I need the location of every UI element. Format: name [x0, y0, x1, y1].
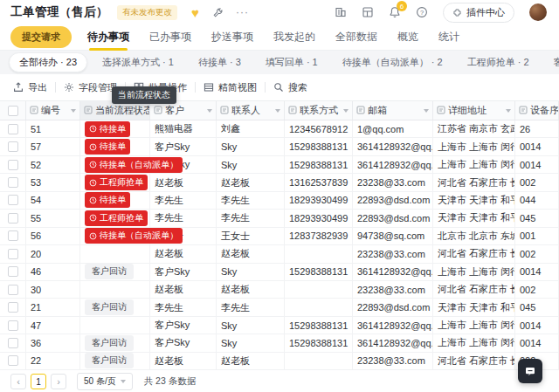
- cell-phone: [285, 281, 353, 298]
- toolbar-compact-view-button[interactable]: 精简视图: [196, 81, 265, 94]
- tab-3[interactable]: 我发起的: [273, 24, 315, 51]
- cell-contact: 赵老板: [217, 353, 285, 369]
- cell-serial: 001: [515, 228, 559, 244]
- row-checkbox[interactable]: [8, 266, 18, 277]
- select-all-checkbox[interactable]: [8, 106, 18, 116]
- row-checkbox[interactable]: [8, 285, 18, 295]
- clock-icon: [89, 232, 97, 240]
- help-icon[interactable]: ?: [416, 6, 428, 18]
- table-row[interactable]: 56待接单（自动派单）王女士王女士1283738293994738@sq.com…: [0, 228, 559, 245]
- notification-count-badge: 6: [397, 1, 407, 11]
- row-checkbox[interactable]: [8, 177, 18, 188]
- cell-email: 3614128932@qq...: [353, 317, 433, 334]
- column-header-6[interactable]: 详细地址: [433, 101, 515, 120]
- filter-pill-1[interactable]: 选择派单方式 · 1: [93, 53, 183, 72]
- more-icon[interactable]: ···: [236, 6, 249, 18]
- toolbar-export-button[interactable]: 导出: [5, 81, 55, 94]
- column-caret-icon[interactable]: [506, 109, 511, 113]
- row-checkbox[interactable]: [8, 249, 18, 259]
- cell-email: 3614128932@qq...: [353, 138, 433, 155]
- table-row[interactable]: 51待接单熊猫电器刘鑫123456789121@qq.com江苏省 南京市 玄武…: [0, 120, 559, 138]
- column-header-7[interactable]: 设备序列号: [515, 101, 559, 120]
- table-row[interactable]: 57待接单客户SkySky152983881313614128932@qq...…: [0, 138, 559, 155]
- column-header-1[interactable]: 当前流程状态: [80, 101, 150, 120]
- row-checkbox-cell: [0, 299, 26, 315]
- prev-page-button[interactable]: ‹: [10, 374, 26, 389]
- tab-4[interactable]: 全部数据: [335, 24, 377, 51]
- cell-phone: 12837382939: [285, 228, 353, 244]
- row-checkbox-cell: [0, 156, 26, 173]
- cell-status: 待接单: [80, 138, 150, 155]
- cell-contact: Sky: [217, 138, 285, 155]
- column-caret-icon[interactable]: [343, 109, 349, 113]
- column-caret-icon[interactable]: [275, 109, 280, 113]
- template-icon[interactable]: [362, 6, 374, 18]
- column-label: 联系方式: [300, 104, 338, 117]
- row-checkbox-cell: [0, 192, 26, 209]
- workbench-icon[interactable]: [335, 6, 347, 18]
- table-row[interactable]: 20赵老板赵老板23238@33.com河北省 石家庄市 长...002: [0, 245, 559, 263]
- row-checkbox[interactable]: [8, 213, 18, 224]
- favorite-heart-icon[interactable]: ♥: [191, 6, 199, 19]
- current-page-button[interactable]: 1: [31, 374, 46, 389]
- filter-pill-4[interactable]: 待接单（自动派单） · 2: [333, 53, 452, 72]
- field-type-icon: [84, 106, 93, 116]
- submit-request-button[interactable]: 提交请求: [10, 26, 72, 48]
- cell-customer: 李先生: [150, 210, 217, 226]
- toolbar-search-button[interactable]: 搜索: [266, 81, 315, 94]
- cell-serial: 0014: [515, 334, 559, 351]
- table-row[interactable]: 55工程师抢单李先生李先生1829393049922893@dsd.com天津市…: [0, 210, 559, 227]
- table-row[interactable]: 36客户回访客户SkySky152983881313614128932@qq..…: [0, 334, 559, 352]
- tab-5[interactable]: 概览: [397, 24, 418, 51]
- feedback-chat-button[interactable]: [518, 359, 542, 383]
- row-checkbox[interactable]: [8, 124, 18, 134]
- table-row[interactable]: 30赵老板赵老板23238@33.com河北省 石家庄市 长...002: [0, 281, 559, 299]
- notification-bell-icon[interactable]: 6: [389, 6, 401, 18]
- tab-6[interactable]: 统计: [438, 24, 459, 51]
- table-row[interactable]: 53工程师抢单赵老板赵老板1316253783923238@33.com河北省 …: [0, 174, 559, 191]
- user-avatar[interactable]: [529, 3, 547, 21]
- select-all-cell: [0, 101, 26, 120]
- table-row[interactable]: 46客户回访客户SkySky152983881313614128932@qq..…: [0, 264, 559, 281]
- column-caret-icon[interactable]: [71, 109, 76, 113]
- customize-icon[interactable]: [212, 7, 224, 18]
- cell-id: 57: [26, 138, 80, 155]
- column-header-5[interactable]: 邮箱: [353, 101, 433, 120]
- next-page-button[interactable]: ›: [51, 374, 66, 389]
- table-row[interactable]: 52待接单（自动派单）客户SkySky152983881313614128932…: [0, 156, 559, 174]
- row-checkbox[interactable]: [8, 160, 18, 170]
- cell-status: 待接单（自动派单）: [80, 156, 150, 173]
- table-row[interactable]: 47客户SkySky152983881313614128932@qq...上海市…: [0, 317, 559, 334]
- row-checkbox[interactable]: [8, 195, 18, 205]
- table-row[interactable]: 22客户回访赵老板赵老板23238@33.com河北省 石家庄市 长...002: [0, 353, 559, 370]
- page-size-select[interactable]: 50 条/页: [77, 373, 133, 390]
- column-header-2[interactable]: 客户: [150, 101, 217, 120]
- tab-1[interactable]: 已办事项: [149, 24, 191, 51]
- cell-customer: 赵老板: [150, 245, 217, 262]
- cell-contact: 赵老板: [217, 245, 285, 262]
- column-caret-icon[interactable]: [424, 109, 429, 113]
- filter-pill-2[interactable]: 待接单 · 3: [189, 53, 251, 72]
- filter-pill-6[interactable]: 客户回访 · 14: [544, 53, 559, 72]
- cell-address: 天津市 天津市 和平区: [433, 299, 515, 315]
- row-checkbox[interactable]: [8, 230, 18, 241]
- row-checkbox[interactable]: [8, 355, 18, 366]
- column-caret-icon[interactable]: [207, 109, 212, 113]
- plugin-center-button[interactable]: 插件中心: [443, 3, 514, 23]
- cell-status: 客户回访: [80, 264, 150, 280]
- tab-0[interactable]: 待办事项: [87, 24, 129, 51]
- filter-pill-0[interactable]: 全部待办 · 23: [9, 52, 87, 72]
- column-header-3[interactable]: 联系人: [217, 101, 285, 120]
- filter-pill-5[interactable]: 工程师抢单 · 2: [458, 53, 539, 72]
- row-checkbox[interactable]: [8, 338, 18, 348]
- row-checkbox[interactable]: [8, 141, 18, 152]
- column-header-0[interactable]: 编号: [26, 101, 80, 120]
- column-header-4[interactable]: 联系方式: [285, 101, 353, 120]
- tab-2[interactable]: 抄送事项: [211, 24, 253, 51]
- table-row[interactable]: 21客户回访李先生李先生22893@dsd.com天津市 天津市 和平区045: [0, 299, 559, 316]
- row-checkbox[interactable]: [8, 320, 18, 331]
- row-checkbox[interactable]: [8, 302, 18, 313]
- cell-serial: 0014: [515, 156, 559, 173]
- filter-pill-3[interactable]: 填写回单 · 1: [256, 53, 328, 72]
- table-row[interactable]: 54待接单李先生李先生1829393049922893@dsd.com天津市 天…: [0, 192, 559, 210]
